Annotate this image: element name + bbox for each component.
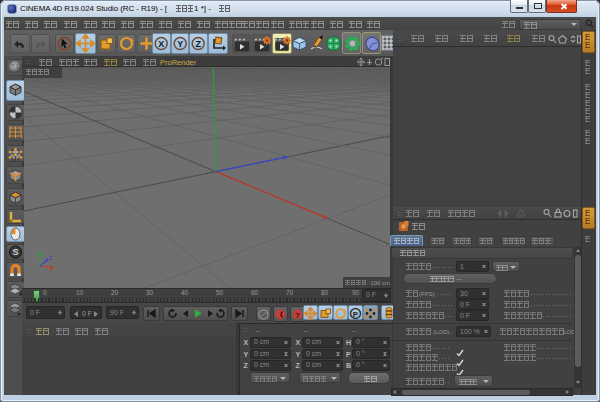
svg-text:Z: Z [195,38,201,48]
svg-text:?: ? [295,310,300,319]
svg-text:Y: Y [177,38,183,48]
svg-text:Z: Z [49,255,52,261]
svg-text:S: S [12,247,18,257]
svg-text:X: X [158,38,164,48]
svg-text:P: P [353,309,359,318]
